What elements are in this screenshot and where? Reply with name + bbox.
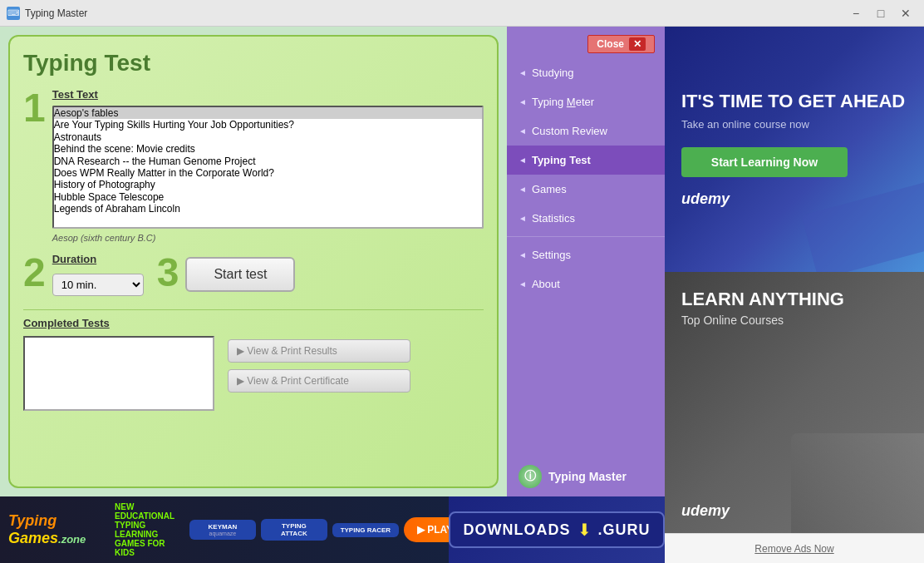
arrow-icon: ◄	[519, 156, 527, 165]
sidebar-item-label: Studying	[532, 67, 574, 79]
typing-test-panel: Typing Test 1 Test Text Aesop's fables A…	[8, 35, 499, 488]
ad-top-subtext: Take an online course now	[681, 118, 907, 131]
banner-line1: NEW EDUCATIONAL TYPING	[115, 502, 174, 530]
list-item[interactable]: Aesop's fables	[54, 107, 482, 119]
typing-attack-label: TYPINGATTACK	[268, 522, 321, 537]
hands-decoration	[791, 433, 924, 533]
arrow-icon: ◄	[519, 185, 527, 194]
download-icon: ⬇	[578, 520, 592, 540]
udemy-logo-bottom[interactable]: udemy	[681, 502, 730, 520]
close-bar: Close ✕	[507, 27, 665, 58]
list-item[interactable]: Does WPM Really Matter in the Corporate …	[54, 167, 482, 179]
arrow-icon: ◄	[519, 214, 527, 223]
keyman-sub: aquamaze	[196, 531, 249, 536]
step-1-number: 1	[23, 88, 46, 128]
banner-left: Typing Games.zone NEW EDUCATIONAL TYPING…	[0, 496, 449, 563]
view-print-certificate-button[interactable]: ▶ View & Print Certificate	[228, 369, 410, 393]
remove-ads-bar: Remove Ads Now	[665, 533, 924, 563]
sidebar-item-label: Custom Review	[532, 125, 607, 137]
sidebar-item-statistics[interactable]: ◄ Statistics	[507, 204, 665, 233]
tm-logo-icon: ⓘ	[519, 465, 542, 488]
bottom-banner: Typing Games.zone NEW EDUCATIONAL TYPING…	[0, 496, 665, 563]
start-test-section: 3 Start test	[157, 253, 296, 293]
test-text-section: 1 Test Text Aesop's fables Are Your Typi…	[23, 88, 484, 243]
sidebar-item-label: Games	[532, 183, 567, 195]
sidebar-item-custom-review[interactable]: ◄ Custom Review	[507, 116, 665, 146]
close-window-button[interactable]: ✕	[894, 3, 917, 23]
sidebar-item-label: Settings	[532, 249, 571, 261]
remove-ads-link[interactable]: Remove Ads Now	[754, 543, 833, 555]
test-text-list[interactable]: Aesop's fables Are Your Typing Skills Hu…	[52, 106, 484, 229]
completed-inner: ▶ View & Print Results ▶ View & Print Ce…	[23, 336, 484, 411]
play-typing-games-button[interactable]: ▶ PLAY TYPING GAMES	[404, 517, 449, 542]
completed-tests-section: Completed Tests ▶ View & Print Results ▶…	[23, 309, 484, 411]
list-item[interactable]: Hubble Space Telescope	[54, 191, 482, 203]
sidebar-item-settings[interactable]: ◄ Settings	[507, 240, 665, 269]
close-label: Close	[597, 38, 624, 50]
completed-tests-title: Completed Tests	[23, 317, 484, 329]
window-title: Typing Master	[25, 7, 87, 19]
view-print-results-button[interactable]: ▶ View & Print Results	[228, 339, 410, 363]
arrow-icon: ◄	[519, 97, 527, 106]
title-bar-left: ⌨ Typing Master	[7, 7, 87, 20]
list-item[interactable]: DNA Research -- the Human Genome Project	[54, 156, 482, 167]
duration-content: Duration 1 min. 2 min. 3 min. 5 min. 10 …	[52, 253, 144, 296]
close-sidebar-button[interactable]: Close ✕	[587, 35, 655, 53]
app-icon: ⌨	[7, 7, 20, 20]
maximize-button[interactable]: □	[869, 3, 892, 23]
test-text-content: Test Text Aesop's fables Are Your Typing…	[52, 88, 484, 243]
navigation-sidebar: Close ✕ ◄ Studying ◄ Typing Meter ◄ Cust…	[507, 27, 665, 496]
content-area: Typing Test 1 Test Text Aesop's fables A…	[0, 27, 665, 496]
typing-racer-badge[interactable]: TYPING RACER	[332, 523, 399, 537]
sidebar-item-label: Typing Meter	[532, 96, 594, 108]
sidebar-item-typing-test[interactable]: ◄ Typing Test	[507, 146, 665, 175]
sidebar-item-typing-meter[interactable]: ◄ Typing Meter	[507, 87, 665, 116]
ad-top-headline: IT'S TIME TO GET AHEAD	[681, 91, 907, 112]
minimize-button[interactable]: −	[844, 3, 867, 23]
banner-line2: LEARNING GAMES FOR KIDS	[115, 530, 174, 557]
sidebar-item-about[interactable]: ◄ About	[507, 269, 665, 299]
list-item[interactable]: History of Photography	[54, 179, 482, 190]
sidebar-item-studying[interactable]: ◄ Studying	[507, 58, 665, 87]
arrow-icon: ◄	[519, 126, 527, 136]
duration-select[interactable]: 1 min. 2 min. 3 min. 5 min. 10 min. 15 m…	[52, 274, 144, 296]
step-2-number: 2	[23, 253, 46, 293]
list-item[interactable]: Are Your Typing Skills Hurting Your Job …	[54, 119, 482, 131]
test-text-label: Test Text	[52, 88, 484, 101]
games-text: Games.zone	[8, 530, 108, 547]
typing-master-logo: ⓘ Typing Master	[507, 457, 665, 496]
duration-label: Duration	[52, 253, 144, 265]
ad-bottom-subtext: Top Online Courses	[681, 314, 907, 327]
duration-start-row: 2 Duration 1 min. 2 min. 3 min. 5 min. 1…	[23, 253, 484, 296]
ad-top: IT'S TIME TO GET AHEAD Take an online co…	[665, 27, 924, 272]
typing-text: Typing	[8, 512, 108, 530]
start-test-button[interactable]: Start test	[185, 257, 295, 292]
keyman-badge[interactable]: KEYMAN aquamaze	[189, 520, 256, 540]
step-3-number: 3	[157, 253, 179, 293]
guru-text: .GURU	[598, 521, 651, 539]
list-item[interactable]: Legends of Abraham Lincoln	[54, 203, 482, 215]
arrow-icon: ◄	[519, 250, 527, 259]
arrow-icon: ◄	[519, 279, 527, 289]
list-item[interactable]: Behind the scene: Movie credits	[54, 143, 482, 155]
typing-games-logo: Typing Games.zone	[8, 512, 108, 547]
ad-bottom: LEARN ANYTHING Top Online Courses udemy	[665, 272, 924, 533]
completed-tests-list[interactable]	[23, 336, 214, 411]
downloads-guru-button[interactable]: DOWNLOADS ⬇ .GURU	[449, 511, 665, 548]
close-x-icon: ✕	[629, 37, 646, 51]
tm-logo-text: Typing Master	[548, 470, 627, 483]
text-author: Aesop (sixth century B.C)	[52, 233, 484, 243]
window-controls: − □ ✕	[844, 3, 917, 23]
list-item[interactable]: Astronauts	[54, 131, 482, 143]
main-container: Typing Test 1 Test Text Aesop's fables A…	[0, 27, 924, 563]
start-learning-button[interactable]: Start Learning Now	[681, 147, 848, 177]
ad-panel: IT'S TIME TO GET AHEAD Take an online co…	[665, 27, 924, 563]
duration-section: 2 Duration 1 min. 2 min. 3 min. 5 min. 1…	[23, 253, 144, 296]
typing-racer-label: TYPING RACER	[339, 526, 392, 534]
keyman-label: KEYMAN	[196, 523, 249, 531]
banner-tagline: NEW EDUCATIONAL TYPING LEARNING GAMES FO…	[115, 502, 174, 557]
sidebar-item-games[interactable]: ◄ Games	[507, 175, 665, 204]
typing-attack-badge[interactable]: TYPINGATTACK	[261, 519, 327, 541]
banner-games-section: KEYMAN aquamaze TYPINGATTACK TYPING RACE…	[189, 517, 449, 542]
ad-bottom-headline: LEARN ANYTHING	[681, 289, 907, 310]
